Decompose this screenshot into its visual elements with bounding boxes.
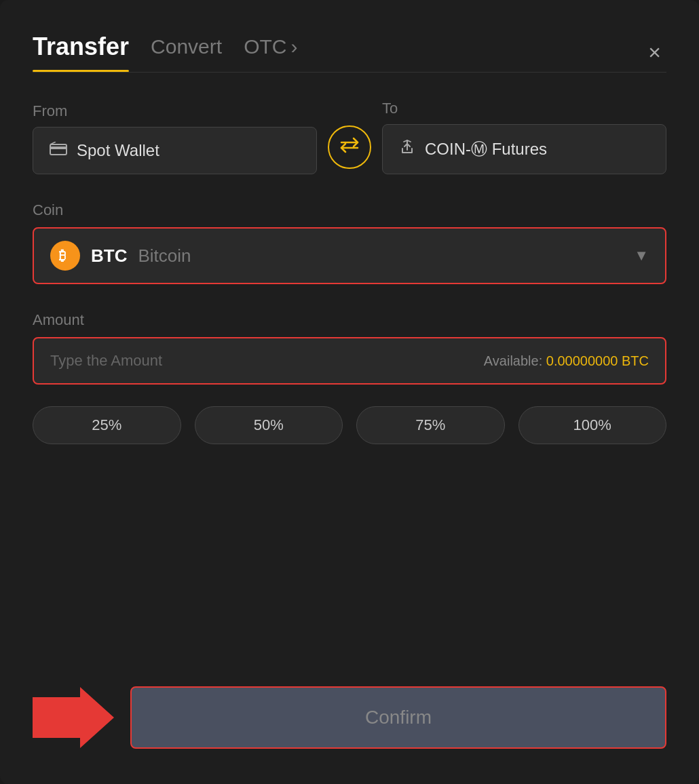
coin-chevron-icon: ▼ xyxy=(634,247,649,264)
tab-otc[interactable]: OTC › xyxy=(244,35,297,69)
from-wallet-name: Spot Wallet xyxy=(77,141,159,160)
amount-input[interactable] xyxy=(50,352,484,370)
from-wallet-selector[interactable]: Spot Wallet xyxy=(33,127,317,174)
from-label: From xyxy=(33,102,317,120)
pct-50-button[interactable]: 50% xyxy=(195,406,343,444)
svg-marker-4 xyxy=(33,687,114,748)
confirm-row: Confirm xyxy=(33,684,666,751)
transfer-modal: Transfer Convert OTC › × From Spot Walle… xyxy=(0,0,699,784)
coin-label: Coin xyxy=(33,201,666,219)
svg-text:₿: ₿ xyxy=(59,248,66,263)
to-wallet-icon xyxy=(399,139,415,159)
from-to-row: From Spot Wallet xyxy=(33,100,666,174)
coin-selector[interactable]: ₿ BTC Bitcoin ▼ xyxy=(33,227,666,284)
amount-label: Amount xyxy=(33,311,666,329)
swap-button[interactable] xyxy=(328,125,371,169)
tab-divider xyxy=(33,72,666,73)
coin-full-name: Bitcoin xyxy=(138,246,191,267)
pct-75-button[interactable]: 75% xyxy=(356,406,505,444)
from-field: From Spot Wallet xyxy=(33,102,317,174)
percentage-row: 25% 50% 75% 100% xyxy=(33,406,666,444)
to-wallet-selector[interactable]: COIN-Ⓜ Futures xyxy=(382,124,666,174)
pct-25-button[interactable]: 25% xyxy=(33,406,181,444)
tab-bar: Transfer Convert OTC › × xyxy=(33,33,666,72)
available-value: 0.00000000 BTC xyxy=(546,353,649,368)
amount-box: Available: 0.00000000 BTC xyxy=(33,337,666,385)
tab-convert[interactable]: Convert xyxy=(151,35,222,69)
otc-chevron-icon: › xyxy=(290,35,297,58)
confirm-button[interactable]: Confirm xyxy=(130,686,666,749)
tab-transfer[interactable]: Transfer xyxy=(33,33,129,72)
amount-section: Amount Available: 0.00000000 BTC xyxy=(33,311,666,406)
svg-rect-0 xyxy=(50,144,67,155)
close-button[interactable]: × xyxy=(643,39,666,66)
to-field: To COIN-Ⓜ Futures xyxy=(382,100,666,174)
red-arrow-icon xyxy=(33,684,114,751)
coin-symbol: BTC xyxy=(91,246,127,267)
to-label: To xyxy=(382,100,666,117)
coin-section: Coin ₿ BTC Bitcoin ▼ xyxy=(33,201,666,311)
btc-icon: ₿ xyxy=(50,241,80,271)
svg-rect-1 xyxy=(50,146,67,149)
available-display: Available: 0.00000000 BTC xyxy=(484,353,649,369)
pct-100-button[interactable]: 100% xyxy=(518,406,667,444)
swap-icon xyxy=(339,136,360,159)
to-wallet-name: COIN-Ⓜ Futures xyxy=(425,138,547,160)
from-wallet-icon xyxy=(50,142,67,159)
arrow-container xyxy=(33,684,114,751)
